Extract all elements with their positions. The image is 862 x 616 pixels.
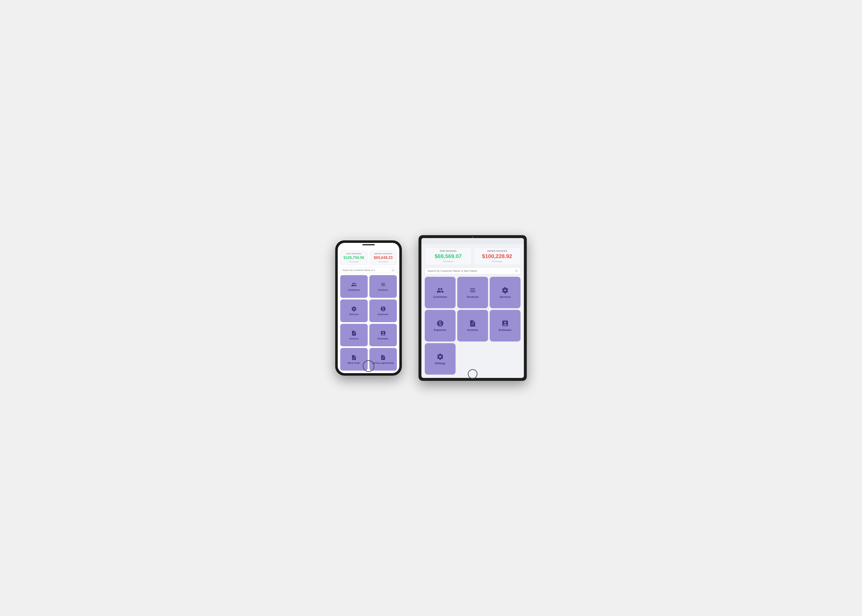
tablet-screen: PAID INVOICES $69,569.07 26 Invoices UNP… — [422, 238, 524, 378]
tablet-paid-count: 26 Invoices — [428, 260, 469, 262]
tablet-content: PAID INVOICES $69,569.07 26 Invoices UNP… — [422, 244, 524, 378]
tablet-menu-products[interactable]: Products — [457, 277, 488, 308]
tablet-menu-label-services: Services — [500, 295, 511, 299]
phone-search-input[interactable] — [343, 269, 392, 271]
tablet-paid-label: PAID INVOICES — [428, 250, 469, 252]
tablet-menu-label-expenses: Expenses — [434, 328, 447, 332]
phone-menu-label-serviceagreements: Service agreements — [372, 362, 394, 364]
phone-menu-label-estimates: Estimates — [378, 337, 389, 340]
phone-status-bar — [338, 243, 400, 248]
tablet-top-bar — [422, 238, 524, 244]
tablet-menu-invoices[interactable]: Invoices — [457, 310, 488, 341]
phone-menu-services[interactable]: Services — [340, 300, 368, 322]
phone-unpaid-amount: $65,648.23 — [372, 256, 394, 260]
tablet-device: PAID INVOICES $69,569.07 26 Invoices UNP… — [418, 235, 527, 381]
tablet-unpaid-invoice-card: UNPAID INVOICES $100,228.92 40 Invoices — [474, 248, 521, 265]
tablet-unpaid-count: 40 Invoices — [477, 260, 518, 262]
phone-menu-products[interactable]: Products — [370, 275, 397, 298]
phone-menu-label-expenses: Expenses — [378, 313, 388, 316]
tablet-unpaid-amount: $100,228.92 — [477, 253, 518, 259]
scene: PAID INVOICES $105,756.96 28 Invoices UN… — [296, 235, 566, 381]
phone-menu-customers[interactable]: Customers — [340, 275, 368, 298]
phone-device: PAID INVOICES $105,756.96 28 Invoices UN… — [335, 240, 402, 376]
tablet-menu-estimates[interactable]: Estimates — [490, 310, 521, 341]
tablet-menu-grid: CustomersProductsServicesExpensesInvoice… — [425, 277, 521, 375]
tablet-menu-label-invoices: Invoices — [467, 328, 478, 332]
phone-menu-expenses[interactable]: Expenses — [370, 300, 397, 322]
phone-menu-workorder[interactable]: Work Order — [340, 348, 368, 371]
tablet-menu-label-products: Products — [467, 295, 478, 299]
phone-unpaid-invoice-card: UNPAID INVOICES $65,648.23 36 Invoices — [370, 250, 397, 265]
tablet-search-icon — [515, 269, 518, 272]
phone-unpaid-label: UNPAID INVOICES — [372, 253, 394, 255]
phone-paid-count: 28 Invoices — [343, 261, 365, 263]
phone-menu-estimates[interactable]: Estimates — [370, 324, 397, 346]
tablet-paid-invoice-card: PAID INVOICES $69,569.07 26 Invoices — [425, 248, 472, 265]
tablet-menu-label-customers: Customers — [433, 295, 447, 299]
phone-menu-label-invoices: Invoices — [349, 337, 359, 340]
phone-paid-label: PAID INVOICES — [343, 253, 365, 255]
phone-menu-label-products: Products — [378, 289, 388, 291]
phone-paid-invoice-card: PAID INVOICES $105,756.96 28 Invoices — [340, 250, 368, 265]
tablet-menu-services[interactable]: Services — [490, 277, 521, 308]
phone-menu-label-services: Services — [349, 313, 359, 316]
tablet-search-bar[interactable] — [425, 267, 521, 274]
phone-paid-amount: $105,756.96 — [343, 256, 365, 260]
tablet-paid-amount: $69,569.07 — [428, 253, 469, 259]
phone-search-icon — [392, 269, 395, 272]
tablet-menu-label-estimates: Estimates — [499, 328, 511, 332]
phone-menu-invoices[interactable]: Invoices — [340, 324, 368, 346]
phone-menu-label-customers: Customers — [348, 289, 360, 291]
phone-menu-label-workorder: Work Order — [348, 362, 360, 364]
tablet-search-input[interactable] — [428, 269, 515, 272]
tablet-unpaid-label: UNPAID INVOICES — [477, 250, 518, 252]
phone-unpaid-count: 36 Invoices — [372, 261, 394, 263]
tablet-menu-expenses[interactable]: Expenses — [425, 310, 456, 341]
phone-menu-serviceagreements[interactable]: Service agreements — [370, 348, 397, 371]
phone-content: PAID INVOICES $105,756.96 28 Invoices UN… — [338, 248, 400, 373]
tablet-menu-settings[interactable]: Settings — [425, 343, 456, 375]
phone-search-bar[interactable] — [340, 267, 397, 273]
tablet-invoice-row: PAID INVOICES $69,569.07 26 Invoices UNP… — [425, 248, 521, 265]
phone-screen: PAID INVOICES $105,756.96 28 Invoices UN… — [338, 243, 400, 373]
tablet-menu-label-settings: Settings — [435, 362, 445, 365]
phone-menu-grid: CustomersProductsServicesExpensesInvoice… — [340, 275, 397, 371]
tablet-menu-customers[interactable]: Customers — [425, 277, 456, 308]
phone-invoice-row: PAID INVOICES $105,756.96 28 Invoices UN… — [340, 250, 397, 265]
